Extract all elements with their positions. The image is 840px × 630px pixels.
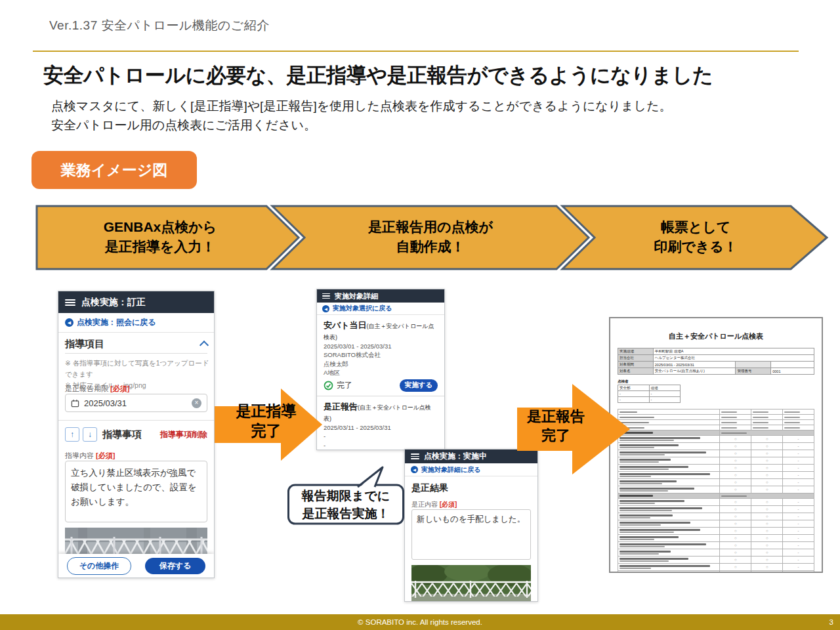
guidance-content-label-text: 指導内容 — [65, 452, 94, 459]
checklist-row — [618, 415, 814, 420]
screenshot-target-detail: 実施対象詳細 ◀ 実施対象選択に戻る 安バト当日(自主＋安全パトロール点検表) … — [316, 289, 445, 450]
flow-arrow-2-line1: 是正報告 — [520, 407, 591, 426]
checklist-row — [618, 494, 814, 499]
page-title: 安全パトロールに必要な、是正指導や是正報告ができるようになりました — [43, 62, 713, 89]
attached-photo-fence-trees — [411, 565, 531, 602]
phone1-footer-bar: その他操作 保存する — [58, 554, 214, 578]
banner-step-3-line2: 印刷できる！ — [591, 237, 801, 257]
printed-checklist-document: 自主＋安全パトロール点検表 実施現場 平和町駅前 現場A 担当会社 ヘルプセンタ… — [609, 317, 823, 573]
copyright-text: © SORABITO inc. All rights reserved. — [0, 614, 840, 630]
report-deadline-bubble-label: 報告期限までに 是正報告実施！ — [289, 488, 402, 523]
required-tag: [必須] — [440, 501, 457, 508]
document-info-table: 実施現場 平和町駅前 現場A 担当会社 ヘルプセンター株式会社 対象期間 202… — [618, 348, 814, 375]
section-title: 指導項目 — [65, 338, 104, 350]
chevron-up-icon — [200, 341, 209, 350]
banner-step-2-line1: 是正報告用の点検が — [326, 217, 536, 237]
required-tag: [必須] — [96, 452, 115, 459]
screenshot-inspection-correction: 点検実施：訂正 ◀ 点検実施：照会に戻る 指導項目 ※ 各指導事項に対して写真を… — [58, 291, 215, 578]
move-down-button[interactable]: ↓ — [83, 427, 97, 442]
header-divider-rule — [33, 51, 799, 52]
checklist-table: ○○-○○-○○-○○-○○-○○-○○-○○-○○-○○-○○-○○-○○-○… — [618, 409, 814, 573]
checklist-row: ○○- — [618, 528, 814, 535]
guidance-content-label: 指導内容 [必須] — [65, 451, 115, 461]
divider — [58, 420, 214, 421]
checklist-row: ○○- — [618, 479, 814, 486]
other-actions-button[interactable]: その他操作 — [67, 557, 131, 575]
checklist-row: ○○- — [618, 506, 814, 513]
slide-header-label: Ver.1.37 安全パトロール機能のご紹介 — [49, 17, 270, 34]
banner-step-1-line2: 是正指導を入力！ — [55, 237, 265, 257]
checklist-row: ○○- — [618, 513, 814, 520]
checklist-row: ○○- — [618, 564, 814, 571]
inspection-card-correction-report: 是正報告(自主＋安全パトロール点検表) 2025/03/11 - 2025/03… — [317, 396, 444, 450]
status-done-icon — [324, 381, 333, 390]
checklist-row: ○○- — [618, 549, 814, 556]
save-button[interactable]: 保存する — [145, 558, 205, 574]
guidance-content-textarea[interactable]: 立ち入り禁止区域表示が強風で破損していましたので、設置をお願いします。 — [65, 461, 207, 522]
back-link[interactable]: ◀ 点検実施：照会に戻る — [58, 313, 214, 333]
banner-step-1: GENBAx点検から 是正指導を入力！ — [55, 217, 265, 257]
card-person: 点検太郎 — [324, 360, 438, 368]
flow-arrow-1-label: 是正指導 完了 — [219, 401, 314, 441]
hamburger-menu-icon[interactable] — [65, 299, 75, 306]
deadline-date-value: 2025/03/31 — [84, 398, 127, 408]
banner-step-1-line1: GENBAx点検から — [55, 217, 265, 237]
banner-step-2: 是正報告用の点検が 自動作成！ — [326, 217, 536, 257]
description-line-2: 安全パトロール用の点検表にご活用ください。 — [51, 117, 316, 134]
banner-step-3-line1: 帳票として — [591, 217, 801, 237]
correction-result-title: 是正結果 — [411, 482, 448, 494]
deadline-label: 是正報告期限 [必須] — [65, 384, 129, 394]
guidance-item-row: ↑ ↓ 指導事項 指導事項削除 — [65, 427, 207, 442]
status-label: 完了 — [337, 380, 352, 391]
bubble-line1: 報告期限までに — [289, 488, 402, 505]
checklist-row: ○○- — [618, 436, 814, 443]
info-row: 担当会社 ヘルプセンター株式会社 — [618, 355, 814, 362]
checklist-row: ○○- — [618, 486, 814, 494]
app-header-title: 実施対象詳細 — [335, 291, 378, 301]
card-area: A地区 — [324, 368, 438, 377]
execute-button[interactable]: 実施する — [400, 379, 438, 392]
back-link-label: 実施対象選択に戻る — [333, 304, 392, 313]
back-arrow-icon: ◀ — [411, 466, 418, 473]
checklist-row: ○○- — [618, 520, 814, 528]
clear-date-icon[interactable]: × — [192, 398, 201, 408]
delete-guidance-item-button[interactable]: 指導事項削除 — [160, 429, 207, 440]
move-up-button[interactable]: ↑ — [65, 427, 79, 442]
slide-footer: © SORABITO inc. All rights reserved. 3 — [0, 614, 840, 630]
checklist-row — [618, 410, 814, 415]
correction-content-label-text: 是正内容 — [411, 501, 438, 508]
section-guidance-items[interactable]: 指導項目 — [65, 335, 207, 354]
banner-step-3: 帳票として 印刷できる！ — [591, 217, 801, 257]
hamburger-menu-icon[interactable] — [322, 293, 330, 299]
info-row: 対象期間 2025/03/01 - 2025/03/31 — [618, 362, 814, 368]
checklist-row: ○○- — [618, 542, 814, 549]
back-arrow-icon: ◀ — [322, 305, 329, 312]
back-link[interactable]: ◀ 実施対象選択に戻る — [317, 303, 444, 315]
card-period: 2025/03/11 - 2025/03/31 — [324, 423, 438, 432]
back-link-label: 実施対象詳細に戻る — [421, 465, 480, 474]
banner-step-2-line2: 自動作成！ — [326, 237, 536, 257]
deadline-label-text: 是正報告期限 — [65, 385, 108, 392]
checklist-row: ○○- — [618, 571, 814, 574]
bubble-line2: 是正報告実施！ — [289, 505, 402, 523]
flow-arrow-2-line2: 完了 — [520, 426, 591, 445]
checklist-row: ○○- — [618, 499, 814, 506]
app-header-title: 点検実施：訂正 — [81, 297, 146, 308]
inspection-card-sameday: 安バト当日(自主＋安全パトロール点検表) 2025/03/01 - 2025/0… — [317, 315, 444, 396]
correction-content-textarea[interactable]: 新しいものを手配しました。 — [411, 509, 531, 560]
checklist-row: ○○- — [618, 535, 814, 542]
description-line-1: 点検マスタにて、新しく[是正指導]や[是正報告]を使用した点検表を作成することが… — [51, 98, 672, 115]
checklist-row — [618, 430, 814, 436]
checklist-row: ○○- — [618, 556, 814, 564]
workflow-image-badge: 業務イメージ図 — [32, 151, 197, 189]
hamburger-menu-icon[interactable] — [411, 453, 419, 459]
calendar-icon — [71, 399, 79, 408]
checklist-row — [618, 420, 814, 425]
guidance-item-label: 指導事項 — [102, 429, 142, 441]
inspector-label: 点検者 — [618, 379, 814, 384]
checklist-row: ○○- — [618, 443, 814, 450]
upload-note-1: ※ 各指導事項に対して写真を1つアップロードできます — [65, 358, 209, 380]
app-header: 点検実施：訂正 — [58, 291, 214, 313]
deadline-date-input[interactable]: 2025/03/31 × — [65, 394, 207, 412]
page-number: 3 — [830, 614, 833, 630]
